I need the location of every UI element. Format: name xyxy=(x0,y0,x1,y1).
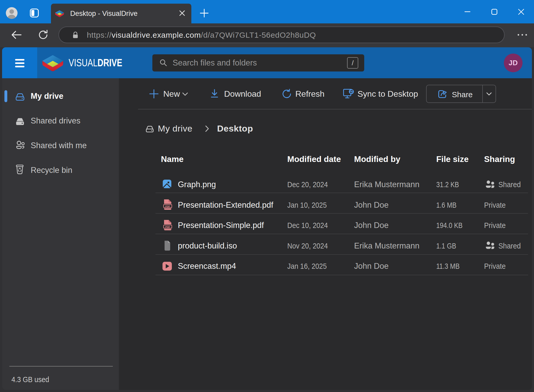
svg-text:PDF: PDF xyxy=(165,205,170,208)
svg-text:PDF: PDF xyxy=(165,226,170,228)
